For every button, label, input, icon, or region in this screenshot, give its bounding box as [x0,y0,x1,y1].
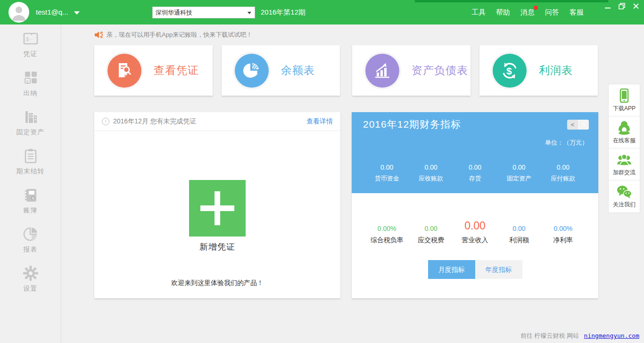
tab-yearly-indicators[interactable]: 年度指标 [475,260,522,279]
company-select[interactable]: 深圳华通科技 [152,7,255,18]
username-label: test1@q... [36,8,68,16]
phone-icon [617,88,631,103]
stat-inventory: 0.00 存货 [453,163,497,183]
voucher-panel-body: 新增凭证 欢迎来到这里体验我们的产品！ [94,180,340,287]
sidebar: $··· 凭证 ¥ 出纳 固定资产 [0,24,61,343]
dock-follow-us[interactable]: 关注我们 [609,180,640,212]
cashier-icon: ¥ [22,69,39,86]
maximize-icon[interactable] [618,2,626,10]
finance-panel: 2016年12期财务指标 < > 单位：（万元） 0.00 货币资金 0.00 … [352,112,598,298]
stat-profit: 0.00 利润额 [497,225,541,245]
stat-value: 0.00 [453,163,497,171]
add-voucher-label: 新增凭证 [94,241,340,253]
sidebar-item-cashier[interactable]: ¥ 出纳 [0,64,61,103]
period-pager: < > [567,120,589,130]
card-view-voucher[interactable]: 查看凭证 [94,45,213,96]
balance-sheet-icon [365,54,399,88]
card-label: 余额表 [281,63,315,78]
sidebar-item-fixed-assets[interactable]: 固定资产 [0,103,61,142]
tab-monthly-indicators[interactable]: 月度指标 [428,260,475,279]
stat-label: 应付账款 [541,174,585,183]
stat-value: 0.00 [453,220,497,232]
stat-value: 0.00 [365,163,409,171]
sidebar-item-settings[interactable]: 设置 [0,259,61,298]
menu-qa[interactable]: 问答 [545,8,559,17]
finance-panel-header: 2016年12期财务指标 < > 单位：（万元） 0.00 货币资金 0.00 … [352,112,598,193]
avatar[interactable] [8,2,29,23]
menu-support[interactable]: 客服 [570,8,584,17]
sidebar-label: 凭证 [0,50,61,58]
stat-value: 0.00 [541,163,585,171]
stat-label: 应收账款 [409,174,453,183]
sidebar-item-account-books[interactable]: $ 账簿 [0,181,61,220]
dock-label: 加群交流 [609,169,640,177]
sidebar-label: 报表 [0,245,61,254]
footer: 前往 柠檬云财税 网站 ningmengyun.com [0,330,644,343]
app-notice: 亲，现在可以用手机App来记账啦，快来下载试试吧！ [94,29,252,41]
sidebar-item-period-end[interactable]: 期末结转 [0,142,61,181]
stat-value: 0.00% [365,225,409,232]
minimize-icon[interactable] [603,2,612,10]
menu-messages[interactable]: 消息 [520,8,535,17]
welcome-text: 欢迎来到这里体验我们的产品！ [94,279,340,287]
stat-value: 0.00 [497,225,541,232]
stat-value: 0.00 [497,163,541,171]
stat-tax-burden-rate: 0.00% 综合税负率 [365,225,409,245]
sidebar-label: 固定资产 [0,128,61,137]
stat-label: 营业收入 [453,236,497,245]
card-label: 查看凭证 [154,63,199,78]
stat-label: 货币资金 [365,174,409,183]
speaker-icon [94,31,103,39]
user-menu[interactable]: test1@q... [36,0,80,24]
wechat-icon [616,184,632,199]
balance-table-icon [235,54,269,88]
finance-panel-title: 2016年12期财务指标 [363,118,461,131]
plus-icon [215,191,220,225]
profit-table-icon: $ [493,54,527,88]
top-menu: 工具 帮助 消息 问答 客服 [471,0,584,24]
add-voucher-button[interactable] [189,180,246,237]
stat-label: 利润额 [497,236,541,245]
reports-icon [22,226,39,243]
footer-site-link[interactable]: ningmengyun.com [584,332,639,339]
dock-join-group[interactable]: 加群交流 [609,148,640,180]
dock-label: 下载APP [609,105,640,113]
card-balance-table[interactable]: 余额表 [222,45,340,96]
account-books-icon: $ [22,187,39,204]
next-period-button[interactable]: > [578,120,589,130]
group-icon [616,152,632,167]
message-badge [534,6,538,10]
svg-text:$···: $··· [26,36,34,42]
svg-text:¥: ¥ [25,79,29,84]
card-balance-sheet[interactable]: 资产负债表 [352,45,471,96]
menu-tools[interactable]: 工具 [471,8,486,17]
prev-period-button[interactable]: < [567,120,578,130]
sidebar-label: 设置 [0,285,61,293]
sidebar-item-reports[interactable]: 报表 [0,220,61,259]
stat-fixed-assets: 0.00 固定资产 [497,163,541,183]
footer-text: 前往 柠檬云财税 网站 [520,332,579,339]
dock-online-support[interactable]: 在线客服 [609,116,640,148]
window-controls [603,2,640,10]
sidebar-label: 账簿 [0,206,61,215]
stat-label: 综合税负率 [365,236,409,245]
close-icon[interactable] [632,2,640,10]
stat-value: 0.00 [409,225,453,232]
period-end-icon [22,147,39,164]
info-icon: ! [102,118,109,125]
stat-label: 固定资产 [497,174,541,183]
sidebar-label: 期末结转 [0,167,61,176]
view-details-link[interactable]: 查看详情 [306,117,333,126]
stat-label: 净利率 [541,236,585,245]
sidebar-item-voucher[interactable]: $··· 凭证 [0,24,61,64]
side-dock: 下载APP 在线客服 加群交流 [608,84,640,213]
card-profit-table[interactable]: $ 利润表 [479,45,598,96]
notice-text: 亲，现在可以用手机App来记账啦，快来下载试试吧！ [107,31,252,39]
view-voucher-icon [107,54,141,88]
current-period: 2016年第12期 [261,0,305,24]
stat-label: 存货 [453,174,497,183]
stat-value: 0.00% [541,225,585,232]
svg-text:$: $ [32,196,34,200]
dock-download-app[interactable]: 下载APP [609,84,640,116]
menu-help[interactable]: 帮助 [496,8,510,17]
